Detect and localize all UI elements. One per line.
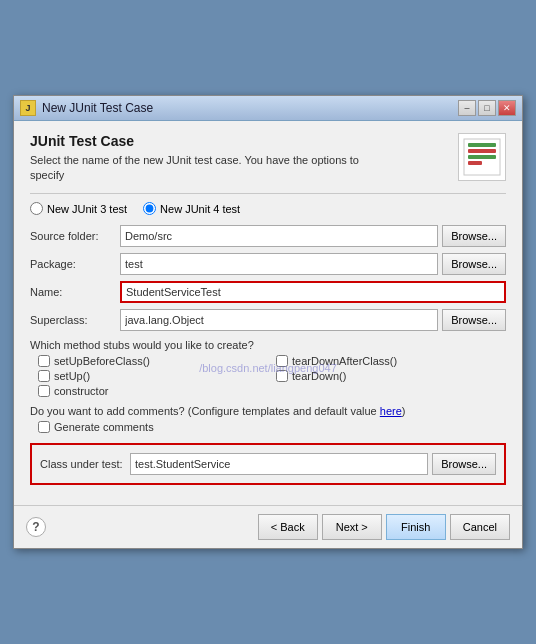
class-under-test-section: Class under test: Browse... xyxy=(30,443,506,485)
back-button[interactable]: < Back xyxy=(258,514,318,540)
close-button[interactable]: ✕ xyxy=(498,100,516,116)
finish-button[interactable]: Finish xyxy=(386,514,446,540)
superclass-input[interactable] xyxy=(120,309,438,331)
tearDown-label: tearDown() xyxy=(292,370,346,382)
junit4-radio[interactable] xyxy=(143,202,156,215)
header-description: Select the name of the new JUnit test ca… xyxy=(30,153,390,184)
header-section: JUnit Test Case Select the name of the n… xyxy=(30,133,506,184)
constructor-label: constructor xyxy=(54,385,108,397)
constructor-row: constructor xyxy=(38,385,268,397)
package-row: Package: Browse... xyxy=(30,253,506,275)
generate-comments-checkbox[interactable] xyxy=(38,421,50,433)
tearDown-checkbox[interactable] xyxy=(276,370,288,382)
title-bar-left: J New JUnit Test Case xyxy=(20,100,153,116)
radio-junit3[interactable]: New JUnit 3 test xyxy=(30,202,127,215)
nav-buttons: < Back Next > Finish Cancel xyxy=(258,514,510,540)
stubs-checkbox-grid: setUpBeforeClass() tearDownAfterClass() … xyxy=(38,355,506,397)
class-under-test-label: Class under test: xyxy=(40,458,130,470)
maximize-button[interactable]: □ xyxy=(478,100,496,116)
header-title: JUnit Test Case xyxy=(30,133,390,149)
source-folder-input[interactable] xyxy=(120,225,438,247)
svg-rect-4 xyxy=(468,161,482,165)
name-label: Name: xyxy=(30,286,120,298)
package-label: Package: xyxy=(30,258,120,270)
setUp-checkbox[interactable] xyxy=(38,370,50,382)
setUp-row: setUp() xyxy=(38,370,268,382)
name-row: Name: xyxy=(30,281,506,303)
setUpBeforeClass-checkbox[interactable] xyxy=(38,355,50,367)
bottom-bar: ? < Back Next > Finish Cancel xyxy=(14,505,522,548)
package-input[interactable] xyxy=(120,253,438,275)
svg-rect-1 xyxy=(468,143,496,147)
window-icon: J xyxy=(20,100,36,116)
superclass-browse-button[interactable]: Browse... xyxy=(442,309,506,331)
tearDownAfterClass-label: tearDownAfterClass() xyxy=(292,355,397,367)
comments-question-end: ) xyxy=(402,405,406,417)
superclass-label: Superclass: xyxy=(30,314,120,326)
radio-junit4[interactable]: New JUnit 4 test xyxy=(143,202,240,215)
source-folder-browse-button[interactable]: Browse... xyxy=(442,225,506,247)
stubs-section: Which method stubs would you like to cre… xyxy=(30,339,506,397)
help-button[interactable]: ? xyxy=(26,517,46,537)
window-title: New JUnit Test Case xyxy=(42,101,153,115)
tearDown-row: tearDown() xyxy=(276,370,506,382)
comments-here-link[interactable]: here xyxy=(380,405,402,417)
comments-label: Do you want to add comments? (Configure … xyxy=(30,405,506,417)
cancel-button[interactable]: Cancel xyxy=(450,514,510,540)
minimize-button[interactable]: – xyxy=(458,100,476,116)
header-text: JUnit Test Case Select the name of the n… xyxy=(30,133,390,184)
setUp-label: setUp() xyxy=(54,370,90,382)
comments-question-text: Do you want to add comments? (Configure … xyxy=(30,405,380,417)
comments-section: Do you want to add comments? (Configure … xyxy=(30,405,506,433)
title-controls: – □ ✕ xyxy=(458,100,516,116)
svg-rect-3 xyxy=(468,155,496,159)
setUpBeforeClass-label: setUpBeforeClass() xyxy=(54,355,150,367)
header-icon xyxy=(458,133,506,181)
generate-comments-label: Generate comments xyxy=(54,421,154,433)
divider-1 xyxy=(30,193,506,194)
junit3-label: New JUnit 3 test xyxy=(47,203,127,215)
setUpBeforeClass-row: setUpBeforeClass() xyxy=(38,355,268,367)
radio-row: New JUnit 3 test New JUnit 4 test xyxy=(30,202,506,215)
generate-comments-row: Generate comments xyxy=(38,421,506,433)
next-button[interactable]: Next > xyxy=(322,514,382,540)
junit-svg-icon xyxy=(462,137,502,177)
stubs-section-label: Which method stubs would you like to cre… xyxy=(30,339,506,351)
constructor-checkbox[interactable] xyxy=(38,385,50,397)
tearDownAfterClass-checkbox[interactable] xyxy=(276,355,288,367)
source-folder-label: Source folder: xyxy=(30,230,120,242)
package-browse-button[interactable]: Browse... xyxy=(442,253,506,275)
title-bar: J New JUnit Test Case – □ ✕ xyxy=(14,96,522,121)
name-input[interactable] xyxy=(120,281,506,303)
main-window: J New JUnit Test Case – □ ✕ JUnit Test C… xyxy=(13,95,523,550)
tearDownAfterClass-row: tearDownAfterClass() xyxy=(276,355,506,367)
svg-rect-2 xyxy=(468,149,496,153)
content-area: JUnit Test Case Select the name of the n… xyxy=(14,121,522,498)
class-under-test-browse-button[interactable]: Browse... xyxy=(432,453,496,475)
source-folder-row: Source folder: Browse... xyxy=(30,225,506,247)
junit3-radio[interactable] xyxy=(30,202,43,215)
class-under-test-input[interactable] xyxy=(130,453,428,475)
junit4-label: New JUnit 4 test xyxy=(160,203,240,215)
superclass-row: Superclass: Browse... xyxy=(30,309,506,331)
